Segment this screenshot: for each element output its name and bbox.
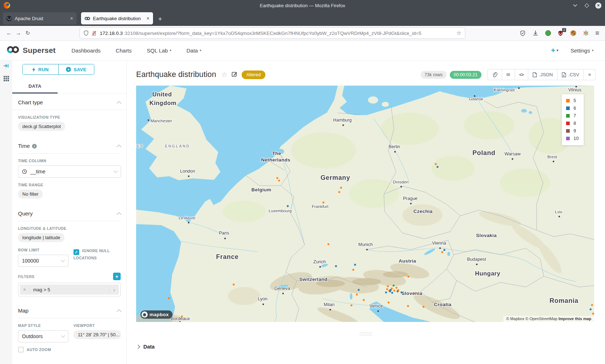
- settings-menu[interactable]: Settings▾: [570, 47, 593, 54]
- file-icon: [533, 72, 537, 77]
- section-point-size[interactable]: Point Size: [18, 358, 121, 364]
- favorite-star-icon[interactable]: ☆: [221, 70, 227, 79]
- nav-data[interactable]: Data▾: [187, 47, 201, 54]
- tab-close-icon[interactable]: ×: [70, 15, 73, 21]
- legend-item[interactable]: 6: [566, 105, 579, 111]
- menu-icon[interactable]: ≡: [595, 29, 599, 37]
- copy-link-button[interactable]: [488, 69, 502, 80]
- nav-charts[interactable]: Charts: [116, 47, 131, 54]
- url-path: :32108/superset/explore/?form_data_key=1…: [124, 31, 421, 36]
- export-csv-button[interactable]: .CSV: [557, 69, 583, 80]
- chevron-right-icon[interactable]: ›: [109, 287, 119, 293]
- legend-item[interactable]: 8: [566, 120, 579, 126]
- email-button[interactable]: ✉: [502, 69, 515, 80]
- save-button[interactable]: + SAVE: [58, 64, 94, 74]
- url-bar[interactable]: 172.18.0.3 :32108/superset/explore/?form…: [80, 28, 465, 38]
- edit-properties-icon[interactable]: [232, 71, 237, 78]
- ublock-icon[interactable]: 2: [557, 30, 564, 36]
- svg-text:The: The: [272, 151, 281, 156]
- section-time[interactable]: Timei: [18, 137, 121, 154]
- brand-name[interactable]: Superset: [23, 46, 55, 55]
- browser-toolbar: ← → ↻ 172.18.0.3 :32108/superset/explore…: [0, 26, 605, 41]
- svg-text:Berlin: Berlin: [389, 144, 400, 149]
- resize-handle[interactable]: [359, 333, 372, 335]
- export-json-button[interactable]: .JSON: [528, 69, 557, 80]
- tab-apache-druid[interactable]: Apache Druid ×: [3, 12, 77, 24]
- tab-close-icon[interactable]: ×: [147, 15, 149, 21]
- pocket-shield-icon[interactable]: [520, 30, 526, 36]
- forward-icon[interactable]: →: [14, 30, 23, 36]
- legend-swatch: [566, 99, 570, 103]
- legend-swatch: [566, 129, 570, 133]
- tracking-shield-icon[interactable]: [84, 30, 89, 36]
- ignore-null-checkbox[interactable]: ✓IGNORE NULL LOCATIONS: [73, 248, 110, 261]
- window-maximize-button[interactable]: [584, 3, 590, 8]
- row-limit-label: ROW LIMIT: [18, 248, 68, 252]
- checkbox-checked-icon[interactable]: ✓: [73, 249, 79, 255]
- window-close-button[interactable]: ×: [595, 3, 601, 9]
- viewport-value[interactable]: 11° 28' 29.70" | 50...: [73, 330, 121, 339]
- section-query[interactable]: Query: [18, 205, 121, 221]
- deckgl-scatterplot-map[interactable]: UnitedKingdomManchesterENGLANDLondonESLe…: [136, 86, 594, 322]
- tab-label: Earthquake distribution: [93, 16, 141, 21]
- window-title: Earthquake distribution — Mozilla Firefo…: [0, 3, 605, 8]
- superset-logo[interactable]: [6, 46, 19, 55]
- ublock-badge: 2: [562, 28, 566, 32]
- run-button[interactable]: RUN: [23, 64, 58, 74]
- bookmark-star-icon[interactable]: ☆: [457, 30, 461, 36]
- data-panel-toggle[interactable]: Data: [136, 344, 605, 350]
- map-attribution[interactable]: © Mapbox © OpenStreetMap Improve this ma…: [503, 316, 594, 322]
- downloads-icon[interactable]: [532, 30, 539, 36]
- improve-map-link[interactable]: Improve this map: [559, 317, 591, 321]
- map-style-select[interactable]: Outdoors: [18, 330, 68, 342]
- svg-text:Vienna: Vienna: [432, 241, 446, 246]
- nav-dashboards[interactable]: Dashboards: [71, 47, 100, 54]
- remove-filter-icon[interactable]: ×: [20, 287, 30, 292]
- legend-item[interactable]: 9: [566, 128, 579, 133]
- new-tab-button[interactable]: +: [158, 15, 162, 23]
- time-range-value[interactable]: No filter: [18, 190, 43, 199]
- viz-type-value[interactable]: deck.gl Scatterplot: [18, 122, 65, 131]
- colorful-extension-icon[interactable]: [583, 30, 589, 36]
- row-limit-select[interactable]: 100000: [18, 255, 68, 267]
- more-options-icon[interactable]: ≡: [583, 69, 595, 80]
- reload-icon[interactable]: ↻: [23, 30, 32, 36]
- dataset-grid-icon[interactable]: [3, 76, 9, 83]
- add-filter-button[interactable]: +: [113, 273, 121, 280]
- control-panel: RUN + SAVE DATA Chart type VISUALIZATION…: [12, 60, 127, 364]
- cookie-extension-icon[interactable]: [570, 30, 577, 36]
- legend-item[interactable]: 5: [566, 98, 579, 103]
- mapbox-logo[interactable]: ◉ mapbox: [140, 310, 172, 319]
- svg-text:Brest: Brest: [547, 155, 557, 159]
- legend-label: 7: [574, 113, 576, 118]
- add-new-button[interactable]: +▾: [551, 46, 558, 55]
- svg-text:Zurich: Zurich: [313, 259, 326, 264]
- nav-sql-lab[interactable]: SQL Lab▾: [147, 47, 171, 54]
- filter-chip[interactable]: × mag > 5 ›: [20, 285, 119, 295]
- tab-data[interactable]: DATA: [12, 81, 58, 94]
- viz-type-label: VISUALIZATION TYPE: [18, 115, 121, 119]
- expand-panel-icon[interactable]: [3, 63, 9, 70]
- superset-navbar: Superset Dashboards Charts SQL Lab▾ Data…: [0, 41, 605, 60]
- section-chart-type[interactable]: Chart type: [18, 94, 121, 107]
- embed-code-button[interactable]: <>: [515, 69, 528, 80]
- superset-favicon: [85, 16, 90, 21]
- back-icon[interactable]: ←: [4, 30, 14, 36]
- window-titlebar: Earthquake distribution — Mozilla Firefo…: [0, 0, 605, 11]
- svg-text:Dresden: Dresden: [393, 180, 408, 184]
- legend-item[interactable]: 10: [566, 136, 579, 141]
- url-host: 172.18.0.3: [100, 31, 123, 36]
- auto-zoom-checkbox[interactable]: AUTO ZOOM: [18, 347, 68, 353]
- legend-item[interactable]: 7: [566, 113, 579, 118]
- time-column-select[interactable]: __time: [18, 165, 121, 178]
- window-minimize-button[interactable]: [572, 3, 578, 8]
- legend-swatch: [566, 122, 570, 125]
- insecure-lock-icon[interactable]: [92, 31, 97, 36]
- checkbox-unchecked-icon[interactable]: [18, 347, 24, 352]
- extension-green-icon[interactable]: [545, 30, 551, 36]
- lonlat-value[interactable]: longitude | latitude: [18, 233, 64, 242]
- filter-value[interactable]: mag > 5: [30, 287, 109, 292]
- tab-earthquake-distribution[interactable]: Earthquake distribution ×: [81, 12, 153, 24]
- svg-text:Slovakia: Slovakia: [476, 233, 497, 238]
- section-map[interactable]: Map: [18, 302, 121, 318]
